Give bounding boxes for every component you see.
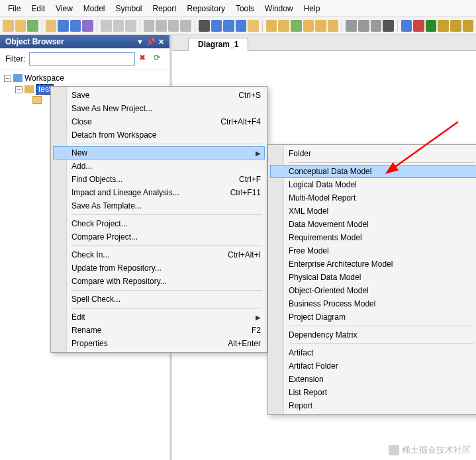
toolbar-button[interactable] [70,20,81,32]
context-menu: SaveCtrl+SSave As New Project...CloseCtr… [50,86,267,353]
filter-input[interactable] [29,52,135,66]
toolbar-button[interactable] [101,20,112,32]
toolbar-button[interactable] [463,20,474,32]
submenu-item[interactable]: Physical Data Model [270,271,476,284]
tab-diagram[interactable]: Diagram_1 [188,38,248,51]
toolbar-button[interactable] [211,20,222,32]
menu-label: Save [71,91,89,100]
toolbar-button[interactable] [315,20,326,32]
submenu-item[interactable]: Artifact [270,346,476,359]
submenu-item[interactable]: Report [270,399,476,412]
toolbar-button[interactable] [58,20,69,32]
toolbar-button[interactable] [27,20,38,32]
menu-model[interactable]: Model [79,3,109,15]
toolbar-button[interactable] [223,20,234,32]
submenu-item[interactable]: Extension [270,373,476,386]
toolbar-button[interactable] [291,20,302,32]
menu-label: Enterprise Architecture Model [289,259,393,269]
toolbar-button[interactable] [3,20,14,32]
submenu-item[interactable]: Enterprise Architecture Model [270,257,476,271]
toolbar-button[interactable] [426,20,437,32]
toolbar-button[interactable] [199,20,210,32]
toolbar-button[interactable] [413,20,424,32]
menu-label: Rename [71,326,101,335]
context-menu-item[interactable]: Compare Project... [53,230,265,244]
toolbar-button[interactable] [371,20,382,32]
context-menu-item[interactable]: Save As New Project... [53,102,265,115]
toolbar-button[interactable] [236,20,247,32]
context-menu-item[interactable]: RenameF2 [53,324,265,337]
toolbar-button[interactable] [144,20,155,32]
context-menu-item[interactable]: Compare with Repository... [53,275,265,288]
menu-symbol[interactable]: Symbol [112,3,146,15]
toolbar-button[interactable] [156,20,167,32]
toolbar-button[interactable] [346,20,357,32]
context-menu-item[interactable]: New▶ [53,146,265,160]
submenu-item[interactable]: Folder [270,147,476,160]
submenu-item[interactable]: Object-Oriented Model [270,284,476,297]
context-menu-item[interactable]: Check Project... [53,217,265,230]
submenu-item[interactable]: Conceptual Data Model [270,165,476,178]
menu-file[interactable]: File [4,3,24,15]
toolbar-button[interactable] [113,20,124,32]
submenu-item[interactable]: XML Model [270,205,476,218]
clear-filter-icon[interactable]: ✖ [139,53,150,65]
submenu-item[interactable]: Multi-Model Report [270,191,476,205]
submenu-item[interactable]: Project Diagram [270,310,476,324]
toolbar-button[interactable] [328,20,339,32]
menu-edit[interactable]: Edit [27,3,49,15]
toolbar-button[interactable] [266,20,277,32]
menu-view[interactable]: View [52,3,77,15]
submenu-item[interactable]: Dependency Matrix [270,328,476,342]
tree-workspace[interactable]: − Workspace [4,73,166,83]
panel-dropdown-icon[interactable]: ▼ [136,38,144,46]
context-menu-item[interactable]: Spell Check... [53,293,265,306]
submenu-item[interactable]: List Report [270,386,476,399]
context-menu-item[interactable]: Edit▶ [53,310,265,324]
collapse-icon[interactable]: − [15,86,23,93]
toolbar-button[interactable] [450,20,461,32]
toolbar-separator [397,20,398,32]
menu-tools[interactable]: Tools [232,3,258,15]
context-menu-item[interactable]: Check In...Ctrl+Alt+I [53,248,265,261]
toolbar-button[interactable] [248,20,259,32]
context-menu-item[interactable]: SaveCtrl+S [53,89,265,102]
context-menu-item[interactable]: PropertiesAlt+Enter [53,337,265,350]
menu-label: Free Model [289,246,329,255]
menu-repository[interactable]: Repository [183,3,229,15]
toolbar [0,17,476,35]
context-menu-item[interactable]: Save As Template... [53,199,265,212]
menu-report[interactable]: Report [149,3,181,15]
toolbar-button[interactable] [358,20,369,32]
context-menu-item[interactable]: Find Objects...Ctrl+F [53,173,265,186]
toolbar-button[interactable] [168,20,179,32]
submenu-item[interactable]: Requirements Model [270,231,476,244]
refresh-icon[interactable]: ⟳ [154,53,164,65]
toolbar-button[interactable] [180,20,191,32]
context-menu-item[interactable]: CloseCtrl+Alt+F4 [53,115,265,128]
toolbar-button[interactable] [438,20,449,32]
toolbar-button[interactable] [278,20,289,32]
context-menu-item[interactable]: Add... [53,160,265,173]
collapse-icon[interactable]: − [4,75,11,82]
context-menu-item[interactable]: Impact and Lineage Analysis...Ctrl+F11 [53,186,265,199]
panel-pin-icon[interactable]: 📌 [146,38,156,46]
submenu-item[interactable]: Free Model [270,244,476,257]
submenu-item[interactable]: Logical Data Model [270,178,476,191]
toolbar-button[interactable] [303,20,314,32]
panel-close-icon[interactable]: ✕ [158,38,164,46]
toolbar-button[interactable] [401,20,412,32]
toolbar-button[interactable] [46,20,57,32]
context-menu-item[interactable]: Detach from Workspace [53,128,265,142]
submenu-item[interactable]: Data Movement Model [270,218,476,231]
submenu-item[interactable]: Artifact Folder [270,359,476,373]
toolbar-button[interactable] [383,20,394,32]
menu-help[interactable]: Help [300,3,324,15]
context-menu-item[interactable]: Update from Repository... [53,261,265,275]
menu-label: Extension [289,375,324,384]
menu-window[interactable]: Window [261,3,297,15]
submenu-item[interactable]: Business Process Model [270,297,476,310]
toolbar-button[interactable] [125,20,136,32]
toolbar-button[interactable] [15,20,26,32]
toolbar-button[interactable] [82,20,93,32]
